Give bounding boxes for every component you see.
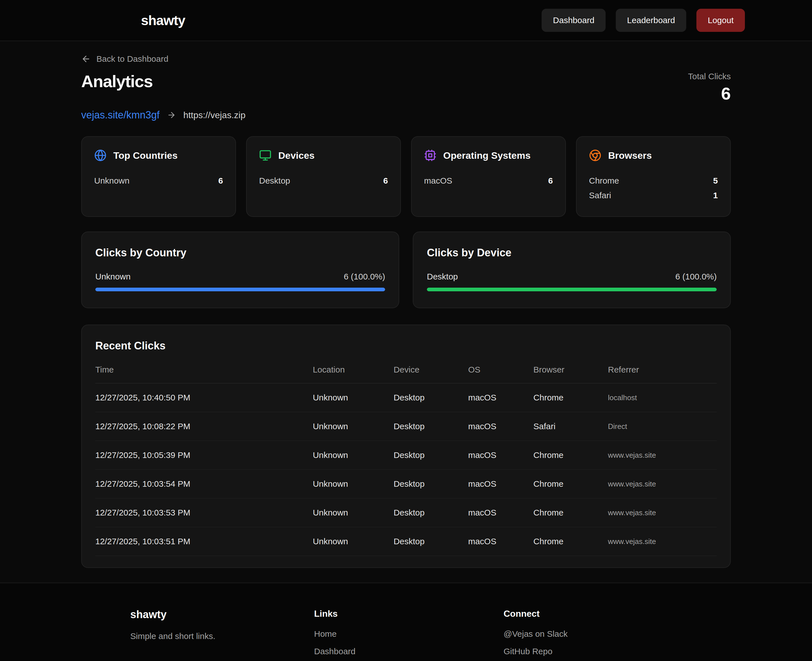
stat-row-label: Safari bbox=[589, 191, 611, 200]
total-clicks-block: Total Clicks 6 bbox=[688, 72, 731, 104]
cell-os: macOS bbox=[468, 469, 533, 498]
cell-os: macOS bbox=[468, 527, 533, 556]
total-clicks-value: 6 bbox=[688, 83, 731, 104]
footer-links-column: Links Home Dashboard bbox=[314, 608, 504, 661]
footer-links-title: Links bbox=[314, 608, 504, 619]
table-row: 12/27/2025, 10:03:51 PM Unknown Desktop … bbox=[95, 527, 717, 556]
globe-icon bbox=[94, 149, 107, 161]
stat-row: Safari 1 bbox=[589, 188, 718, 203]
cell-browser: Chrome bbox=[533, 441, 608, 469]
cell-browser: Chrome bbox=[533, 383, 608, 412]
nav-dashboard-button[interactable]: Dashboard bbox=[542, 9, 606, 32]
page-title: Analytics bbox=[81, 72, 153, 91]
column-header-browser: Browser bbox=[533, 365, 608, 383]
footer-connect-column: Connect @Vejas on Slack GitHub Repo bbox=[504, 608, 682, 661]
cell-browser: Chrome bbox=[533, 498, 608, 527]
stat-row-value: 5 bbox=[713, 176, 718, 185]
back-to-dashboard-link[interactable]: Back to Dashboard bbox=[81, 54, 168, 64]
cell-device: Desktop bbox=[394, 469, 468, 498]
chart-title: Clicks by Device bbox=[427, 247, 717, 259]
cell-referrer: www.vejas.site bbox=[608, 469, 717, 498]
stat-card-title: Top Countries bbox=[113, 150, 178, 161]
country-progress-bar bbox=[95, 287, 385, 291]
table-row: 12/27/2025, 10:03:54 PM Unknown Desktop … bbox=[95, 469, 717, 498]
app-logo: shawty bbox=[141, 13, 185, 28]
footer-tagline: Simple and short links. bbox=[130, 631, 314, 641]
cell-referrer: localhost bbox=[608, 383, 717, 412]
footer-link-slack[interactable]: @Vejas on Slack bbox=[504, 629, 682, 639]
cell-device: Desktop bbox=[394, 498, 468, 527]
stat-row-label: Unknown bbox=[94, 176, 129, 185]
footer-brand-block: shawty Simple and short links. bbox=[130, 608, 314, 661]
chrome-icon bbox=[589, 149, 601, 161]
chart-row-value: 6 (100.0%) bbox=[344, 272, 385, 281]
table-row: 12/27/2025, 10:03:53 PM Unknown Desktop … bbox=[95, 498, 717, 527]
logout-button[interactable]: Logout bbox=[696, 9, 745, 32]
cell-device: Desktop bbox=[394, 383, 468, 412]
chart-row-label: Unknown bbox=[95, 272, 131, 281]
stat-row-label: Desktop bbox=[259, 176, 290, 185]
country-progress-track bbox=[95, 287, 385, 291]
cell-os: macOS bbox=[468, 383, 533, 412]
footer-link-github[interactable]: GitHub Repo bbox=[504, 647, 682, 656]
column-header-os: OS bbox=[468, 365, 533, 383]
footer-brand: shawty bbox=[130, 608, 314, 621]
stat-row-label: Chrome bbox=[589, 176, 619, 185]
cell-time: 12/27/2025, 10:08:22 PM bbox=[95, 412, 313, 441]
cell-os: macOS bbox=[468, 441, 533, 469]
stat-card-title: Devices bbox=[278, 150, 315, 161]
table-row: 12/27/2025, 10:05:39 PM Unknown Desktop … bbox=[95, 441, 717, 469]
chart-row-value: 6 (100.0%) bbox=[675, 272, 717, 281]
cell-referrer: Direct bbox=[608, 412, 717, 441]
recent-clicks-card: Recent Clicks Time Location Device OS Br… bbox=[81, 324, 731, 568]
footer: shawty Simple and short links. Links Hom… bbox=[0, 583, 812, 661]
chart-card-grid: Clicks by Country Unknown 6 (100.0%) Cli… bbox=[81, 232, 731, 308]
clicks-by-country-card: Clicks by Country Unknown 6 (100.0%) bbox=[81, 232, 399, 308]
table-row: 12/27/2025, 10:40:50 PM Unknown Desktop … bbox=[95, 383, 717, 412]
monitor-icon bbox=[259, 149, 271, 161]
cell-device: Desktop bbox=[394, 412, 468, 441]
chart-row-label: Desktop bbox=[427, 272, 458, 281]
main-content: Back to Dashboard Analytics Total Clicks… bbox=[81, 41, 731, 568]
stat-card-operating-systems: Operating Systems macOS 6 bbox=[411, 136, 566, 217]
stat-card-browsers: Browsers Chrome 5 Safari 1 bbox=[576, 136, 731, 217]
cell-referrer: www.vejas.site bbox=[608, 441, 717, 469]
table-row: 12/27/2025, 10:08:22 PM Unknown Desktop … bbox=[95, 412, 717, 441]
cell-browser: Safari bbox=[533, 412, 608, 441]
app-header: shawty Dashboard Leaderboard Logout bbox=[0, 0, 812, 41]
cell-browser: Chrome bbox=[533, 469, 608, 498]
stat-row: Desktop 6 bbox=[259, 173, 388, 188]
column-header-device: Device bbox=[394, 365, 468, 383]
short-url-link[interactable]: vejas.site/kmn3gf bbox=[81, 109, 160, 121]
link-summary: vejas.site/kmn3gf https://vejas.zip bbox=[81, 109, 731, 121]
cpu-icon bbox=[424, 149, 436, 161]
back-link-label: Back to Dashboard bbox=[96, 54, 168, 64]
cell-location: Unknown bbox=[313, 469, 394, 498]
footer-link-dashboard[interactable]: Dashboard bbox=[314, 647, 504, 656]
cell-time: 12/27/2025, 10:03:51 PM bbox=[95, 527, 313, 556]
cell-location: Unknown bbox=[313, 498, 394, 527]
stat-card-top-countries: Top Countries Unknown 6 bbox=[81, 136, 236, 217]
cell-location: Unknown bbox=[313, 527, 394, 556]
cell-browser: Chrome bbox=[533, 527, 608, 556]
stat-card-devices: Devices Desktop 6 bbox=[246, 136, 401, 217]
column-header-time: Time bbox=[95, 365, 313, 383]
cell-time: 12/27/2025, 10:03:54 PM bbox=[95, 469, 313, 498]
stat-row: Chrome 5 bbox=[589, 173, 718, 188]
chart-title: Clicks by Country bbox=[95, 247, 385, 259]
column-header-location: Location bbox=[313, 365, 394, 383]
stat-card-title: Operating Systems bbox=[443, 150, 531, 161]
stat-row: macOS 6 bbox=[424, 173, 553, 188]
footer-connect-title: Connect bbox=[504, 608, 682, 619]
cell-device: Desktop bbox=[394, 441, 468, 469]
stat-row-value: 6 bbox=[548, 176, 553, 185]
cell-time: 12/27/2025, 10:40:50 PM bbox=[95, 383, 313, 412]
footer-link-home[interactable]: Home bbox=[314, 629, 504, 639]
stat-card-grid: Top Countries Unknown 6 Devices Desktop … bbox=[81, 136, 731, 217]
stat-row-value: 6 bbox=[218, 176, 223, 185]
cell-referrer: www.vejas.site bbox=[608, 527, 717, 556]
nav-leaderboard-button[interactable]: Leaderboard bbox=[616, 9, 686, 32]
cell-time: 12/27/2025, 10:03:53 PM bbox=[95, 498, 313, 527]
device-progress-bar bbox=[427, 287, 717, 291]
cell-time: 12/27/2025, 10:05:39 PM bbox=[95, 441, 313, 469]
